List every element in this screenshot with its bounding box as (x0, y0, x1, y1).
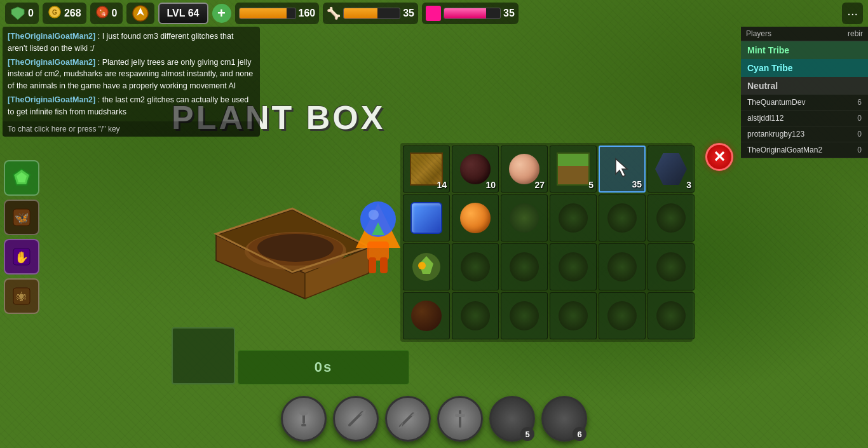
shield-value: 0 (28, 8, 34, 19)
bottom-equipment-area: 0s (172, 327, 409, 384)
health-bar (239, 8, 296, 19)
inv-slot-14[interactable] (452, 243, 499, 290)
tribe-neutral-header: Neutral (741, 77, 868, 95)
player-score-goatman: 0 (857, 146, 862, 154)
inv-slot-6[interactable]: 3 (648, 146, 695, 193)
inv-slot-18[interactable] (648, 243, 695, 290)
svg-point-22 (257, 234, 334, 262)
hand-icon: ✋ (11, 246, 32, 268)
player-row-protank: protankrugby123 0 (741, 126, 868, 142)
tool-button-5[interactable]: 5 (489, 396, 535, 442)
inv-slot-5[interactable]: 35 (599, 146, 646, 193)
ability-gem[interactable] (4, 160, 39, 196)
item-empty-3 (559, 252, 588, 282)
player-name-goatman: TheOriginalGoatMan2 (747, 146, 822, 154)
chat-sender-3: [TheOriginalGoatMan2] (8, 95, 95, 104)
resource1-container: 🦴 35 (323, 3, 418, 24)
inv-slot-8[interactable] (452, 194, 499, 241)
tool-button-1[interactable] (281, 396, 327, 442)
players-header: Players rebir (741, 27, 868, 41)
inv-slot-23[interactable] (599, 292, 646, 339)
svg-rect-28 (369, 257, 376, 273)
shield-segment: 0 (5, 3, 39, 24)
inv-slot-3[interactable]: 27 (501, 146, 548, 193)
inv-slot-15[interactable] (501, 243, 548, 290)
inv-slot-20[interactable] (452, 292, 499, 339)
inv-slot-4[interactable]: 5 (550, 146, 597, 193)
tool-button-4[interactable] (437, 396, 483, 442)
player-row-alstjddl: alstjddl112 0 (741, 111, 868, 126)
ability-hand[interactable]: ✋ (4, 239, 39, 275)
ability-creature[interactable]: 🦋 (4, 200, 39, 235)
chat-sender-2: [TheOriginalGoatMan2] (8, 58, 95, 67)
item-dark-brown-ball (411, 301, 442, 331)
tool-button-3[interactable] (385, 396, 431, 442)
item-count-6: 3 (686, 180, 691, 190)
inv-slot-22[interactable] (550, 292, 597, 339)
inv-slot-9[interactable] (501, 194, 548, 241)
inv-slot-10[interactable] (550, 194, 597, 241)
inv-slot-12[interactable] (648, 194, 695, 241)
tool-button-2[interactable] (333, 396, 379, 442)
inv-slot-11[interactable] (599, 194, 646, 241)
health-bar-container: 160 (235, 3, 320, 24)
player-name-quantumdev: TheQuantumDev (747, 98, 805, 107)
item-count-3: 27 (534, 180, 545, 190)
chat-box: [TheOriginalGoatMan2] : I just found cm3… (3, 27, 260, 137)
level-up-button[interactable]: + (212, 4, 231, 23)
resource-value: 0s (315, 359, 332, 376)
item-empty-2 (510, 252, 539, 282)
resource2-container: 35 (422, 3, 519, 24)
inventory-grid: 14 10 27 5 35 3 (400, 143, 693, 342)
inv-slot-7[interactable] (403, 194, 450, 241)
more-button[interactable]: ··· (842, 3, 863, 24)
resource2-bar-fill (444, 8, 486, 18)
resource1-bar-fill (344, 8, 377, 18)
inv-slot-17[interactable] (599, 243, 646, 290)
inv-slot-16[interactable] (550, 243, 597, 290)
item-grass-block (557, 153, 590, 186)
svg-rect-29 (380, 257, 388, 273)
bone-icon: 🦴 (327, 6, 341, 20)
gold-value: 268 (64, 8, 81, 19)
health-bar-fill (240, 8, 287, 18)
inv-slot-21[interactable] (501, 292, 548, 339)
inv-slot-13[interactable] (403, 243, 450, 290)
health-value: 160 (299, 8, 316, 19)
bug-icon: 🕷 (11, 285, 32, 307)
inventory-panel: 14 10 27 5 35 3 (400, 143, 693, 342)
inv-slot-1[interactable]: 14 (403, 146, 450, 193)
inv-slot-24[interactable] (648, 292, 695, 339)
player-name-protank: protankrugby123 (747, 130, 804, 139)
ability-bug[interactable]: 🕷 (4, 278, 39, 314)
item-cursor (611, 156, 634, 182)
resource2-value: 35 (503, 8, 515, 19)
item-moss-4 (656, 203, 686, 233)
tribe-cyan: Cyan Tribe (741, 59, 868, 77)
chat-messages: [TheOriginalGoatMan2] : I just found cm3… (3, 27, 260, 121)
svg-text:🕷: 🕷 (17, 292, 27, 302)
player-row-quantumdev: TheQuantumDev 6 (741, 95, 868, 111)
svg-text:🍖: 🍖 (98, 9, 106, 17)
gold-segment: G 268 (43, 3, 86, 24)
pickaxe-icon-1 (344, 407, 367, 430)
svg-marker-0 (11, 7, 24, 20)
pickaxe-icon-2 (397, 407, 419, 430)
chat-input[interactable]: To chat click here or press "/" key (3, 121, 260, 137)
ability-bar: 🦋 ✋ 🕷 (4, 160, 39, 314)
chat-message-2: [TheOriginalGoatMan2] : Planted jelly tr… (8, 57, 255, 92)
item-count-2: 10 (485, 180, 496, 190)
level-value: LVL 64 (167, 8, 200, 19)
inv-slot-2[interactable]: 10 (452, 146, 499, 193)
equipment-slot[interactable] (172, 327, 235, 384)
players-label: Players (746, 29, 771, 38)
tool-button-6[interactable]: 6 (541, 396, 587, 442)
gold-icon: G (48, 5, 62, 22)
food-icon: 🍖 (95, 5, 109, 22)
close-button[interactable]: ✕ (705, 143, 733, 171)
chat-message-3: [TheOriginalGoatMan2] : the last cm2 gli… (8, 94, 255, 118)
inv-slot-19[interactable] (403, 292, 450, 339)
creature-icon: 🦋 (11, 207, 32, 228)
item-blue-cube (410, 202, 442, 234)
food-value: 0 (112, 8, 118, 19)
